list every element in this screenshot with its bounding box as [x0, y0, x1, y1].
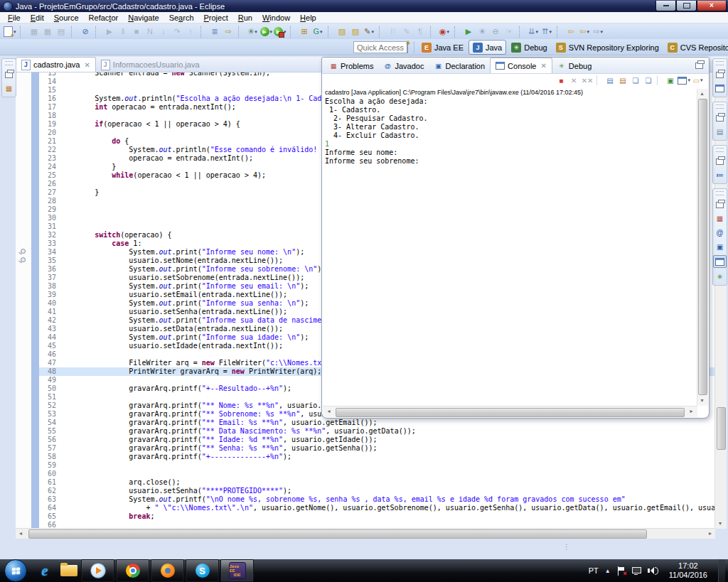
disconnect-button[interactable]: N [144, 26, 157, 38]
focus-task-button[interactable]: ◉▾ [438, 26, 451, 38]
restore-button[interactable] [3, 68, 15, 80]
restore-button[interactable] [714, 68, 726, 80]
code-line[interactable]: 61 arq.close(); [39, 478, 715, 487]
step-return-button[interactable]: ↑ [184, 26, 198, 38]
open-resource-button[interactable]: ▨ [349, 26, 363, 38]
perspective-cvs-repository-exploring[interactable]: CCVS Repository Exploring [664, 41, 728, 54]
pin-console-button[interactable]: ▣ [665, 75, 675, 86]
close-tab-icon[interactable]: ✕ [84, 61, 90, 69]
restore-button[interactable] [714, 198, 726, 210]
forward-button[interactable]: ⇨▾ [592, 26, 605, 38]
scrollbar-thumb[interactable] [717, 407, 726, 450]
console-vertical-scrollbar[interactable]: ▴ ▾ [697, 89, 708, 406]
dropdown-arrow-icon[interactable]: ▾ [270, 29, 273, 35]
problems-view-button[interactable]: ▦ [714, 212, 726, 224]
debug-button[interactable]: ✳▾ [246, 26, 259, 38]
action-center-icon[interactable]: × [617, 566, 626, 576]
show-desktop-button[interactable] [718, 559, 725, 582]
view-tab-console[interactable]: Console✕ [490, 58, 552, 73]
taskbar-clock[interactable]: 17:02 11/04/2016 [665, 561, 712, 580]
scroll-lock-button[interactable]: ❏ [643, 75, 653, 86]
close-tab-icon[interactable]: ✕ [540, 62, 546, 70]
code-line[interactable]: 56 gravarArq.printf("** Idade: %d **%n",… [39, 436, 715, 444]
restore-button[interactable] [714, 112, 726, 123]
scroll-right-arrow[interactable]: ▸ [705, 529, 715, 539]
debug-view-button[interactable]: ✳ [714, 271, 726, 282]
new-wizard-button[interactable]: ▾ [3, 26, 17, 38]
annotation-ruler[interactable] [16, 72, 31, 529]
code-line[interactable]: 58 gravarArq.printf("+-------------+%n")… [39, 453, 715, 461]
dropdown-arrow-icon[interactable]: ▾ [600, 29, 603, 35]
drag-handle[interactable] [716, 148, 724, 152]
perspective-svn-repository-exploring[interactable]: SSVN Repository Exploring [552, 41, 663, 54]
new-java-project-button[interactable]: ⊞ [298, 26, 311, 38]
save-button[interactable]: ▦ [28, 26, 41, 38]
declaration-view-button[interactable]: ▣ [714, 241, 726, 252]
taskbar-item-eclipse[interactable]: Java EEIDE [220, 559, 254, 582]
deactivate-task-button[interactable]: ⊖ [489, 26, 503, 38]
menu-run[interactable]: Run [233, 12, 257, 23]
language-indicator[interactable]: PT [589, 566, 599, 575]
menu-window[interactable]: Window [257, 12, 295, 23]
taskbar-item-media-player[interactable] [81, 559, 114, 582]
menu-refactor[interactable]: Refactor [84, 12, 124, 23]
taskbar-item-firefox[interactable] [151, 559, 184, 582]
scrollbar-thumb[interactable] [698, 99, 707, 395]
scroll-up-arrow[interactable]: ▴ [697, 89, 707, 99]
suspend-button[interactable]: ‖ [117, 26, 130, 38]
menu-edit[interactable]: Edit [26, 12, 49, 23]
skip-all-breakpoints-button[interactable]: ⊘ [79, 26, 92, 38]
editor-horizontal-scrollbar[interactable]: ◂ ▸ [16, 528, 715, 539]
dropdown-arrow-icon[interactable]: ▾ [549, 29, 552, 35]
title-bar[interactable]: Java - ProjetoEmGrupo/src/Cadastro/cadas… [0, 0, 728, 12]
minimize-button[interactable] [655, 1, 676, 11]
menu-search[interactable]: Search [164, 12, 199, 23]
code-line[interactable]: 63 System.out.printf("\nO nome %s, sobre… [39, 495, 715, 504]
show-stdout-when-changed-button[interactable]: ▤ [604, 75, 615, 86]
code-line[interactable]: 62 usuario.setSenha("****PROTEGIDO****")… [39, 487, 715, 495]
scroll-down-arrow[interactable]: ▾ [715, 519, 725, 529]
network-icon[interactable] [632, 567, 641, 575]
maximize-button[interactable] [676, 1, 697, 11]
open-perspective-icon[interactable] [407, 42, 408, 53]
console-output[interactable]: Escolha a ação desejada: 1- Cadastro. 2-… [325, 97, 696, 405]
drag-handle[interactable] [716, 61, 724, 65]
menu-file[interactable]: File [3, 12, 26, 23]
step-into-button[interactable]: ↓ [157, 26, 171, 38]
menu-project[interactable]: Project [199, 12, 233, 23]
display-selected-console-button[interactable]: ▾ [678, 75, 690, 86]
run-button[interactable]: ▶▾ [259, 26, 274, 38]
next-annotation-button[interactable]: ⇊▾ [527, 26, 540, 38]
drag-handle[interactable] [716, 104, 724, 109]
dropdown-arrow-icon[interactable]: ▾ [535, 29, 538, 35]
perspective-java[interactable]: JJava [469, 40, 506, 55]
restore-button[interactable] [714, 155, 726, 166]
view-tab-problems[interactable]: ▦Problems [324, 58, 378, 73]
previous-annotation-button[interactable]: ⇈▾ [540, 26, 554, 38]
console-view-button[interactable] [714, 82, 726, 94]
code-line[interactable]: 54 gravarArq.printf("** Email: %s **%n",… [39, 419, 715, 427]
quick-access-input[interactable] [353, 41, 407, 53]
menu-help[interactable]: Help [295, 12, 321, 23]
view-tab-debug[interactable]: ✳Debug [552, 58, 596, 73]
code-line[interactable]: 57 gravarArq.printf("** Senha: %s **%n",… [39, 444, 715, 453]
scroll-down-arrow[interactable]: ▾ [697, 396, 707, 406]
scrollbar-thumb[interactable] [28, 529, 647, 539]
search-button[interactable]: ✎▾ [363, 26, 376, 38]
last-edit-location-button[interactable]: ⇦ [564, 26, 578, 38]
use-step-filters-button[interactable]: ≣ [208, 26, 222, 38]
dropdown-arrow-icon[interactable]: ▾ [320, 29, 323, 35]
restore-view-icon[interactable] [695, 63, 703, 69]
taskbar-item-chrome[interactable] [116, 559, 149, 582]
editor-tab-InformacoesUsuario.java[interactable]: JInformacoesUsuario.java [96, 58, 205, 72]
taskbar-item-skype[interactable]: S [186, 559, 219, 582]
dropdown-arrow-icon[interactable]: ▾ [447, 29, 450, 35]
resume-button[interactable]: ▶ [103, 26, 117, 38]
scroll-left-arrow[interactable]: ◂ [16, 529, 26, 539]
dropdown-arrow-icon[interactable]: ▾ [687, 77, 690, 83]
external-tools-button[interactable]: ▶▾ [273, 26, 287, 38]
step-over-button[interactable]: ↷ [171, 26, 184, 38]
word-wrap-button[interactable]: ❏ [630, 75, 641, 86]
drag-handle[interactable] [5, 61, 13, 65]
dropdown-arrow-icon[interactable]: ▾ [371, 29, 374, 35]
